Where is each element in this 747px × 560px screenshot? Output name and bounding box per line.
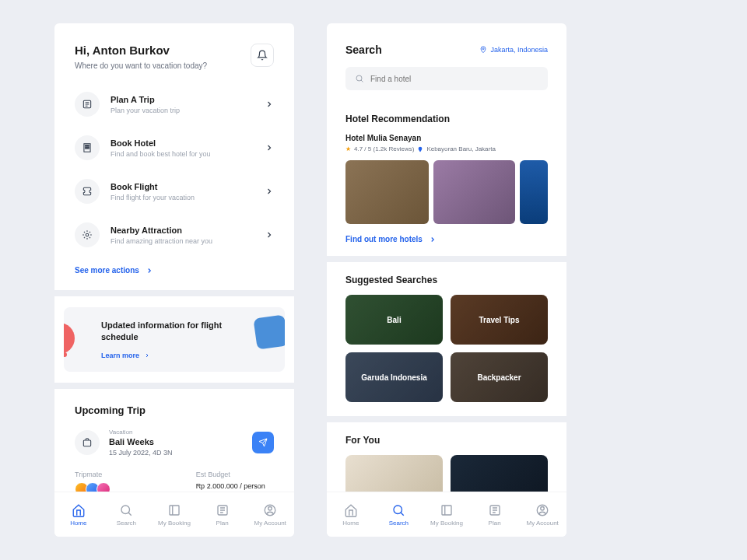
hotel-gallery[interactable] [345, 160, 548, 224]
phone-home: Hi, Anton Burkov Where do you want to va… [54, 23, 294, 537]
upcoming-heading: Upcoming Trip [75, 404, 274, 416]
learn-more-link[interactable]: Learn more [101, 352, 247, 359]
upcoming-trip-item[interactable]: Vacation Bali Weeks 15 July 2022, 4D 3N [75, 429, 274, 457]
chevron-right-icon [144, 352, 150, 359]
nav-label: Search [389, 520, 409, 527]
star-icon: ★ [345, 145, 351, 152]
hotel-image[interactable] [345, 160, 429, 224]
hotel-rating: 4.7 / 5 (1.2k Reviews) [354, 145, 414, 152]
info-card[interactable]: the Updated information for flight sched… [64, 307, 285, 372]
account-icon [263, 503, 277, 517]
action-title: Book Hotel [110, 138, 265, 148]
suggested-heading: Suggested Searches [345, 275, 548, 285]
action-book-hotel[interactable]: Book Hotel Find and book best hotel for … [75, 126, 274, 170]
action-plan-trip[interactable]: Plan A Trip Plan your vacation trip [75, 82, 274, 126]
search-input[interactable] [370, 75, 538, 83]
trip-name: Bali Weeks [109, 437, 252, 446]
booking-icon [167, 503, 181, 517]
trip-category: Vacation [109, 429, 252, 436]
nav-account[interactable]: My Account [518, 492, 566, 537]
greeting-subtitle: Where do you want to vacation today? [75, 61, 207, 70]
suggested-label: Garuda Indonesia [361, 373, 426, 382]
more-actions-label: See more actions [75, 266, 139, 275]
attraction-icon [82, 229, 93, 240]
booking-icon [440, 503, 454, 517]
greeting: Hi, Anton Burkov [75, 44, 207, 57]
notifications-button[interactable] [251, 44, 274, 67]
send-icon [258, 438, 268, 447]
location-picker[interactable]: Jakarta, Indonesia [479, 46, 548, 54]
hotel-image[interactable] [520, 160, 548, 224]
location-icon [479, 46, 487, 54]
nav-label: Search [117, 520, 136, 527]
nav-search[interactable]: Search [375, 492, 423, 537]
hotel-location: Kebayoran Baru, Jakarta [426, 145, 496, 152]
nav-booking[interactable]: My Booking [150, 492, 198, 537]
chevron-right-icon [265, 143, 274, 152]
chevron-right-icon [146, 267, 153, 275]
nav-booking[interactable]: My Booking [423, 492, 471, 537]
nav-account[interactable]: My Account [246, 492, 294, 537]
svg-rect-3 [88, 145, 89, 147]
chevron-right-icon [265, 100, 274, 109]
suggested-backpacker[interactable]: Backpacker [451, 352, 548, 402]
bottom-nav: Home Search My Booking Plan My Account [54, 492, 294, 537]
svg-rect-5 [88, 147, 89, 149]
tripmate-label: Tripmate [75, 471, 149, 478]
svg-point-18 [394, 506, 402, 514]
svg-point-16 [356, 75, 362, 81]
nav-search[interactable]: Search [103, 492, 151, 537]
action-desc: Find amazing attraction near you [110, 237, 265, 245]
nav-plan[interactable]: Plan [471, 492, 519, 537]
svg-point-6 [86, 233, 89, 236]
suggested-label: Travel Tips [479, 316, 519, 324]
suggested-bali[interactable]: Bali [345, 295, 443, 345]
recommendation-heading: Hotel Recommendation [345, 114, 548, 124]
learn-more-label: Learn more [101, 352, 139, 359]
nav-plan[interactable]: Plan [198, 492, 247, 537]
action-title: Book Flight [110, 182, 265, 191]
svg-line-9 [128, 513, 132, 516]
suggested-label: Backpacker [477, 373, 521, 382]
info-card-title: Updated information for flight schedule [101, 320, 247, 344]
find-more-hotels-link[interactable]: Find out more hotels [327, 224, 566, 256]
foryou-card[interactable] [345, 455, 443, 492]
home-icon [72, 503, 86, 517]
budget-value: Rp 2.000.000 / person [196, 482, 265, 490]
suggested-label: Bali [387, 316, 401, 324]
nav-home[interactable]: Home [54, 492, 103, 537]
find-more-label: Find out more hotels [345, 235, 423, 243]
budget-label: Est Budget [196, 471, 265, 478]
virus-icon [64, 323, 75, 354]
action-desc: Find and book best hotel for you [110, 150, 265, 158]
see-more-actions-link[interactable]: See more actions [54, 257, 294, 290]
nav-label: My Booking [158, 520, 191, 527]
send-button[interactable] [252, 432, 274, 453]
nav-home[interactable]: Home [327, 492, 375, 537]
suggested-travel-tips[interactable]: Travel Tips [451, 295, 548, 345]
trip-date: 15 July 2022, 4D 3N [109, 449, 252, 457]
chevron-right-icon [265, 230, 274, 240]
location-label: Jakarta, Indonesia [490, 46, 548, 54]
svg-rect-10 [170, 506, 179, 515]
foryou-card[interactable] [451, 455, 548, 492]
bottom-nav: Home Search My Booking Plan My Account [327, 492, 566, 537]
search-box[interactable] [345, 67, 548, 90]
nav-label: Home [342, 520, 359, 527]
suggested-garuda[interactable]: Garuda Indonesia [345, 352, 443, 402]
svg-point-8 [121, 506, 130, 514]
hotel-icon [82, 142, 93, 153]
action-book-flight[interactable]: Book Flight Find flight for your vacatio… [75, 170, 274, 213]
divider [327, 256, 566, 262]
action-nearby-attraction[interactable]: Nearby Attraction Find amazing attractio… [75, 213, 274, 257]
search-icon [119, 503, 133, 517]
hotel-image[interactable] [433, 160, 515, 224]
home-icon [344, 503, 358, 517]
nav-label: My Account [526, 520, 558, 527]
hotel-meta: ★ 4.7 / 5 (1.2k Reviews) Kebayoran Baru,… [345, 145, 548, 152]
divider [54, 290, 294, 296]
svg-line-17 [361, 80, 363, 82]
svg-point-15 [482, 48, 484, 50]
action-title: Nearby Attraction [110, 226, 265, 235]
account-icon [535, 503, 549, 517]
